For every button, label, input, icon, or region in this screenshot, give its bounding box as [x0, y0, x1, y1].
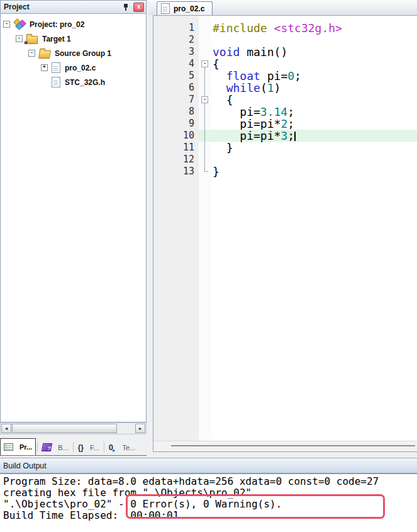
tab-separator: [73, 442, 74, 452]
project-panel: Project -Project: pro_02-Target 1-Source…: [0, 0, 147, 456]
code-line-13[interactable]: 13}: [153, 166, 417, 178]
fold-collapse-icon[interactable]: -: [199, 94, 211, 106]
minus-expander-icon[interactable]: -: [16, 35, 23, 42]
line-number: 2: [153, 34, 199, 46]
code-line-7[interactable]: 7- {: [153, 94, 417, 106]
keil-uvision-window: Project -Project: pro_02-Target 1-Source…: [0, 0, 417, 532]
fold-collapse-icon[interactable]: -: [199, 58, 211, 70]
code-line-2[interactable]: 2: [153, 34, 417, 46]
project-panel-title: Project: [4, 3, 30, 11]
books-tab-icon: [42, 443, 52, 451]
line-number: 13: [153, 166, 199, 178]
fold-margin-cell: [199, 166, 211, 178]
panel-tab-pr[interactable]: Pr...: [0, 438, 36, 455]
templates-tab-icon: [109, 444, 116, 451]
tree-item-label: pro_02.c: [65, 64, 96, 72]
code-lines: 1#include <stc32g.h>23void main()4-{5 fl…: [153, 16, 417, 178]
functions-tab-icon: [78, 444, 84, 451]
line-number: 7: [153, 94, 199, 106]
code-text[interactable]: {: [211, 94, 417, 106]
code-text[interactable]: pi=3.14;: [211, 106, 417, 118]
panel-tab-label: Pr...: [19, 443, 32, 451]
code-text[interactable]: #include <stc32g.h>: [211, 22, 417, 34]
panel-bottom-tabs: Pr...B...F...Te...: [0, 438, 147, 456]
project-horizontal-scrollbar[interactable]: [0, 422, 147, 434]
code-line-1[interactable]: 1#include <stc32g.h>: [153, 22, 417, 34]
target-folder-icon: [26, 36, 38, 44]
fold-margin-cell: [199, 142, 211, 154]
folder-open-icon: [38, 50, 51, 59]
document-icon: [161, 3, 170, 14]
code-text[interactable]: [211, 154, 417, 166]
code-line-6[interactable]: 6 while(1): [153, 82, 417, 94]
header-file-icon: [52, 77, 60, 88]
project-icon: [14, 20, 25, 29]
code-editor[interactable]: 1#include <stc32g.h>23void main()4-{5 fl…: [153, 15, 417, 452]
tree-item-target-1[interactable]: -Target 1: [1, 31, 146, 46]
line-number: 9: [153, 118, 199, 130]
line-number: 12: [153, 154, 199, 166]
code-line-3[interactable]: 3void main(): [153, 46, 417, 58]
plus-expander-icon[interactable]: +: [41, 64, 48, 71]
panel-tab-b[interactable]: B...: [39, 439, 72, 455]
code-text[interactable]: while(1): [211, 82, 417, 94]
build-output-line: Program Size: data=8.0 edata+hdata=256 x…: [3, 476, 417, 487]
code-text[interactable]: pi=pi*3;: [211, 130, 417, 142]
fold-margin-cell: [199, 46, 211, 58]
build-output-line: Build Time Elapsed: 00:00:01: [3, 510, 417, 521]
code-text[interactable]: [211, 34, 417, 46]
code-line-4[interactable]: 4-{: [153, 58, 417, 70]
line-number: 1: [153, 22, 199, 34]
code-text[interactable]: }: [211, 166, 417, 178]
tree-item-stc-32g-h[interactable]: STC_32G.h: [1, 75, 146, 89]
tree-item-label: Target 1: [42, 35, 71, 43]
code-line-10[interactable]: 10 pi=pi*3;: [153, 130, 417, 142]
code-line-12[interactable]: 12: [153, 154, 417, 166]
line-number: 4: [153, 58, 199, 70]
tree-item-label: Project: pro_02: [30, 20, 84, 29]
build-output-title: Build Output: [3, 461, 47, 470]
line-number: 5: [153, 70, 199, 82]
editor-bottom-scrollbar[interactable]: [153, 441, 417, 451]
code-line-5[interactable]: 5 float pi=0;: [153, 70, 417, 82]
code-line-9[interactable]: 9 pi=pi*2;: [153, 118, 417, 130]
editor-tab-label: pro_02.c: [174, 4, 204, 13]
fold-margin-cell: [199, 106, 211, 118]
editor-tab-pro-02-c[interactable]: pro_02.c: [157, 1, 213, 15]
minus-expander-icon[interactable]: -: [28, 50, 35, 57]
code-text[interactable]: pi=pi*2;: [211, 118, 417, 130]
code-text[interactable]: float pi=0;: [211, 70, 417, 82]
build-output-line: ".\Objects\pro_02" - 0 Error(s), 0 Warni…: [3, 499, 417, 510]
close-icon[interactable]: [133, 3, 144, 12]
build-output-log[interactable]: Program Size: data=8.0 edata+hdata=256 x…: [0, 473, 417, 532]
code-line-11[interactable]: 11 }: [153, 142, 417, 154]
pin-icon[interactable]: [123, 3, 129, 11]
fold-margin-cell: [199, 130, 211, 142]
project-tab-icon: [4, 443, 13, 451]
tree-item-project-pro-02[interactable]: -Project: pro_02: [1, 17, 146, 31]
c-file-icon: [52, 62, 60, 73]
fold-margin-cell: [199, 34, 211, 46]
tree-item-source-group-1[interactable]: -Source Group 1: [1, 46, 146, 60]
minus-expander-icon[interactable]: -: [3, 21, 10, 28]
panel-tab-te[interactable]: Te...: [106, 439, 139, 455]
build-output-header[interactable]: Build Output: [0, 458, 417, 473]
line-number: 11: [153, 142, 199, 154]
fold-margin-cell: [199, 154, 211, 166]
build-output-line: creating hex file from ".\Objects\pro_02…: [3, 487, 417, 499]
scroll-left-arrow-icon[interactable]: [1, 424, 11, 433]
fold-margin-cell: [199, 118, 211, 130]
panel-tab-label: B...: [58, 444, 69, 451]
text-caret: [294, 132, 296, 141]
tree-item-pro-02-c[interactable]: +pro_02.c: [1, 60, 146, 75]
project-tree[interactable]: -Project: pro_02-Target 1-Source Group 1…: [0, 14, 147, 422]
code-line-8[interactable]: 8 pi=3.14;: [153, 106, 417, 118]
code-text[interactable]: void main(): [211, 46, 417, 58]
fold-margin-cell: [199, 70, 211, 82]
scroll-right-arrow-icon[interactable]: [135, 424, 145, 433]
code-text[interactable]: }: [211, 142, 417, 154]
scrollbar-thumb[interactable]: [12, 424, 117, 433]
panel-tab-f[interactable]: F...: [75, 439, 103, 455]
code-text[interactable]: {: [211, 58, 417, 70]
line-number: 10: [153, 130, 199, 142]
